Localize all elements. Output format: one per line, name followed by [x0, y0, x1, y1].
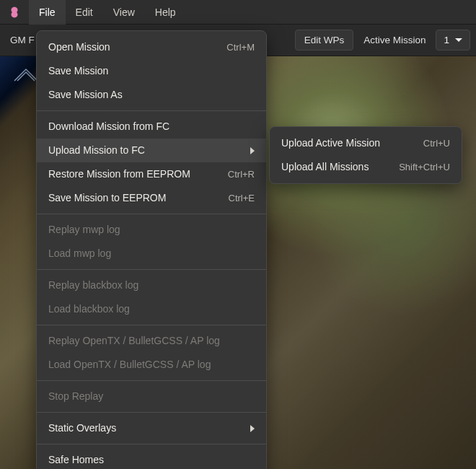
edit-wps-button[interactable]: Edit WPs [295, 30, 354, 51]
menu-label: Stop Replay [48, 389, 103, 404]
menu-safe-homes[interactable]: Safe Homes [37, 448, 266, 469]
menu-label: Load mwp log [48, 246, 111, 261]
menu-label: Load OpenTX / BulletGCSS / AP log [48, 357, 211, 372]
menu-label: Save Mission [48, 63, 108, 79]
menu-separator [37, 412, 266, 413]
menubar-edit[interactable]: Edit [66, 0, 103, 25]
menu-label: Save Mission to EEPROM [48, 190, 166, 206]
upload-submenu: Upload Active Mission Ctrl+U Upload All … [269, 126, 462, 184]
menu-separator [37, 444, 266, 444]
menu-separator [37, 269, 266, 270]
menu-separator [37, 110, 266, 111]
active-mission-value: 1 [444, 35, 449, 45]
menu-load-blackbox: Load blackbox log [37, 297, 266, 321]
menu-label: Replay blackbox log [48, 278, 138, 293]
menu-shortcut: Ctrl+E [229, 191, 255, 206]
menu-replay-mwp: Replay mwp log [37, 218, 266, 242]
menu-upload-mission-fc[interactable]: Upload Mission to FC [37, 139, 266, 162]
active-mission-label: Active Mission [359, 35, 430, 45]
menu-label: Save Mission As [48, 87, 123, 102]
menu-replay-opentx: Replay OpenTX / BulletGCSS / AP log [37, 329, 266, 353]
menu-open-mission[interactable]: Open Mission Ctrl+M [37, 35, 266, 59]
menu-static-overlays[interactable]: Static Overlays [37, 416, 266, 440]
menu-label: Upload All Missions [281, 159, 369, 175]
menu-separator [37, 380, 266, 381]
menu-save-eeprom[interactable]: Save Mission to EEPROM Ctrl+E [37, 186, 266, 210]
toolbar-gm-label: GM F [6, 35, 39, 45]
app-logo-icon [0, 0, 29, 25]
menu-label: Replay mwp log [48, 222, 120, 237]
menu-label: Load blackbox log [48, 302, 130, 317]
menu-separator [37, 214, 266, 214]
menu-load-opentx: Load OpenTX / BulletGCSS / AP log [37, 353, 266, 377]
menu-save-mission[interactable]: Save Mission [37, 59, 266, 83]
chevron-right-icon [250, 147, 255, 154]
submenu-upload-all[interactable]: Upload All Missions Shift+Ctrl+U [270, 155, 462, 179]
compass-icon [13, 66, 39, 89]
menu-separator [37, 325, 266, 325]
chevron-down-icon [455, 38, 462, 42]
menu-replay-blackbox: Replay blackbox log [37, 273, 266, 297]
menu-shortcut: Ctrl+U [423, 136, 450, 151]
file-menu: Open Mission Ctrl+M Save Mission Save Mi… [36, 30, 267, 469]
menu-shortcut: Ctrl+M [226, 40, 255, 55]
menu-load-mwp: Load mwp log [37, 242, 266, 266]
menu-label: Upload Active Mission [281, 136, 380, 151]
menu-download-mission-fc[interactable]: Download Mission from FC [37, 115, 266, 139]
menu-label: Download Mission from FC [48, 119, 169, 134]
menu-label: Static Overlays [48, 421, 116, 436]
active-mission-select[interactable]: 1 [436, 30, 470, 51]
menu-label: Open Mission [48, 40, 110, 55]
menu-restore-eeprom[interactable]: Restore Mission from EEPROM Ctrl+R [37, 162, 266, 186]
menu-label: Replay OpenTX / BulletGCSS / AP log [48, 333, 220, 349]
menu-label: Restore Mission from EEPROM [48, 167, 190, 182]
menu-stop-replay: Stop Replay [37, 385, 266, 408]
menubar-help[interactable]: Help [145, 0, 186, 25]
menu-label: Upload Mission to FC [48, 143, 145, 158]
menu-shortcut: Ctrl+R [228, 167, 255, 182]
menubar-file[interactable]: File [29, 0, 66, 25]
menubar: File Edit View Help [0, 0, 476, 25]
chevron-right-icon [250, 425, 255, 432]
menu-save-mission-as[interactable]: Save Mission As [37, 83, 266, 107]
submenu-upload-active[interactable]: Upload Active Mission Ctrl+U [270, 131, 462, 155]
menu-shortcut: Shift+Ctrl+U [399, 160, 450, 175]
menu-label: Safe Homes [48, 452, 104, 468]
menubar-view[interactable]: View [103, 0, 145, 25]
